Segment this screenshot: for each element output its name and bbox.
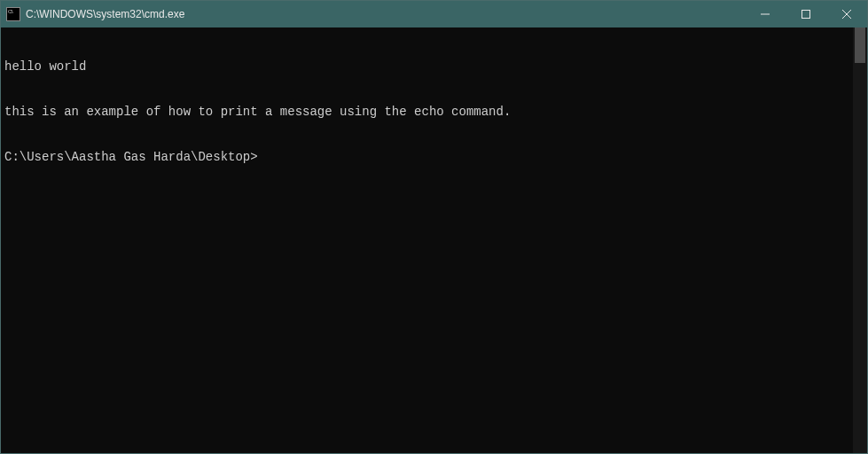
cmd-icon xyxy=(6,7,20,21)
minimize-icon xyxy=(761,10,770,19)
output-line: hello world xyxy=(4,59,849,74)
prompt-text: C:\Users\Aastha Gas Harda\Desktop> xyxy=(4,150,258,164)
window-title: C:\WINDOWS\system32\cmd.exe xyxy=(26,8,745,20)
terminal-area[interactable]: hello world this is an example of how to… xyxy=(1,27,867,453)
prompt-line: C:\Users\Aastha Gas Harda\Desktop> xyxy=(4,150,849,165)
scrollbar[interactable] xyxy=(853,27,867,453)
close-icon xyxy=(842,10,851,19)
minimize-button[interactable] xyxy=(745,1,786,27)
titlebar[interactable]: C:\WINDOWS\system32\cmd.exe xyxy=(1,1,867,27)
svg-rect-1 xyxy=(802,11,810,19)
close-button[interactable] xyxy=(826,1,867,27)
cmd-window: C:\WINDOWS\system32\cmd.exe hello world … xyxy=(0,0,868,454)
window-controls xyxy=(745,1,867,27)
maximize-icon xyxy=(802,10,810,19)
scrollbar-thumb[interactable] xyxy=(855,27,865,63)
terminal-content[interactable]: hello world this is an example of how to… xyxy=(1,27,853,453)
maximize-button[interactable] xyxy=(786,1,826,27)
output-line: this is an example of how to print a mes… xyxy=(4,105,849,120)
